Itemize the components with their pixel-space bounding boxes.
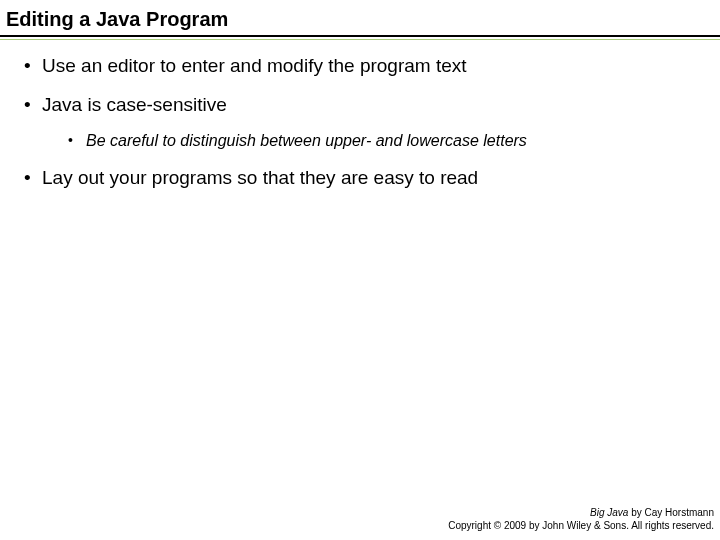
bullet-text: Use an editor to enter and modify the pr… bbox=[42, 55, 467, 76]
sub-bullet-text: Be careful to distinguish between upper-… bbox=[86, 132, 527, 149]
bullet-text: Lay out your programs so that they are e… bbox=[42, 167, 478, 188]
footer: Big Java by Cay Horstmann Copyright © 20… bbox=[448, 506, 714, 532]
bullet-item: Java is case-sensitive Be careful to dis… bbox=[24, 93, 714, 152]
sub-bullet-item: Be careful to distinguish between upper-… bbox=[68, 131, 714, 152]
bullet-list: Use an editor to enter and modify the pr… bbox=[6, 54, 714, 191]
title-underline bbox=[0, 35, 720, 37]
sub-bullet-list: Be careful to distinguish between upper-… bbox=[42, 131, 714, 152]
bullet-text: Java is case-sensitive bbox=[42, 94, 227, 115]
footer-line-1: Big Java by Cay Horstmann bbox=[448, 506, 714, 519]
content-area: Use an editor to enter and modify the pr… bbox=[0, 54, 720, 191]
book-title: Big Java bbox=[590, 507, 628, 518]
bullet-item: Lay out your programs so that they are e… bbox=[24, 166, 714, 191]
slide-title: Editing a Java Program bbox=[0, 0, 720, 35]
accent-line bbox=[0, 39, 720, 40]
bullet-item: Use an editor to enter and modify the pr… bbox=[24, 54, 714, 79]
byline: by Cay Horstmann bbox=[628, 507, 714, 518]
footer-line-2: Copyright © 2009 by John Wiley & Sons. A… bbox=[448, 519, 714, 532]
